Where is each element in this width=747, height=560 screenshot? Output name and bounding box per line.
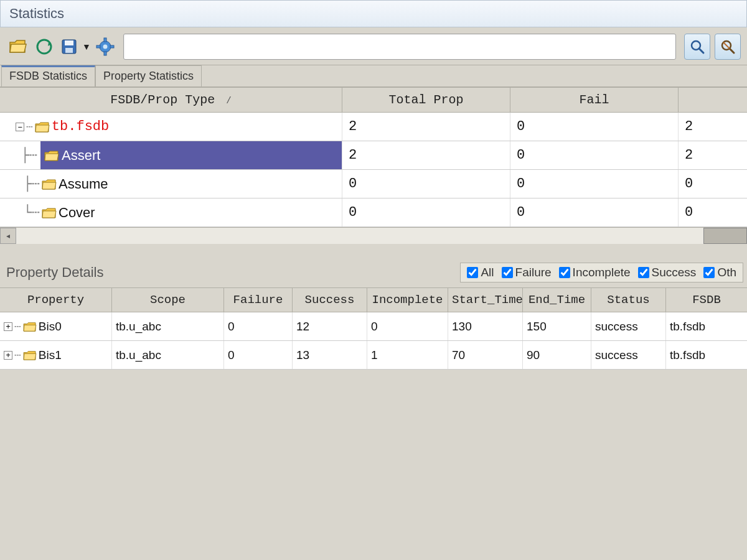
cell-status: success — [591, 341, 666, 369]
details-row[interactable]: + ┄ Bis0 tb.u_abc 0 12 0 130 150 success… — [0, 312, 747, 341]
details-grid-header: Property Scope Failure Success Incomplet… — [0, 287, 747, 312]
tab-fsdb-statistics[interactable]: FSDB Statistics — [1, 65, 95, 86]
open-folder-button[interactable] — [6, 35, 30, 58]
tree-node-label: Assert — [62, 147, 100, 164]
refresh-icon — [35, 38, 53, 55]
cell-total: 2 — [342, 141, 510, 169]
cell-fsdb: tb.fsdb — [666, 312, 747, 340]
sort-indicator: / — [226, 96, 231, 106]
filter-other[interactable]: Oth — [701, 266, 739, 279]
expand-toggle[interactable]: − — [16, 123, 24, 131]
refresh-button[interactable] — [32, 35, 56, 58]
cell-status: success — [591, 312, 666, 340]
column-header-fail[interactable]: Fail — [510, 88, 679, 112]
property-name: Bis0 — [39, 320, 62, 334]
filter-success-checkbox[interactable] — [638, 267, 649, 278]
svg-rect-3 — [65, 48, 73, 53]
col-scope[interactable]: Scope — [112, 288, 224, 312]
tab-label: FSDB Statistics — [9, 70, 87, 82]
tree-row-cover[interactable]: └┄ Cover 0 0 0 — [0, 198, 747, 227]
cell-total: 0 — [342, 170, 510, 198]
filter-other-checkbox[interactable] — [703, 267, 715, 278]
filter-failure[interactable]: Failure — [499, 266, 554, 279]
main-grid-panel: FSDB/Prop Type / Total Prop Fail − ┄ tb.… — [0, 86, 747, 243]
cell-end: 90 — [523, 341, 591, 369]
col-property[interactable]: Property — [0, 288, 112, 312]
folder-icon — [35, 121, 50, 133]
filter-all-checkbox[interactable] — [467, 267, 478, 278]
folder-icon — [23, 321, 37, 332]
column-header-type[interactable]: FSDB/Prop Type / — [0, 88, 342, 112]
tree-row-assert[interactable]: ├┄ Assert 2 0 2 — [0, 141, 747, 170]
save-button[interactable] — [59, 35, 80, 58]
tree-row-root[interactable]: − ┄ tb.fsdb 2 0 2 — [0, 113, 747, 141]
tree-connector: ┄ — [26, 120, 33, 133]
column-header-total[interactable]: Total Prop — [342, 88, 510, 112]
cell-incomplete: 0 — [367, 312, 448, 340]
folder-icon — [44, 149, 59, 162]
col-success[interactable]: Success — [293, 288, 367, 312]
window-title: Statistics — [9, 6, 64, 21]
cell-fsdb: tb.fsdb — [666, 341, 747, 369]
cell-extra: 2 — [679, 141, 747, 169]
cell-total: 2 — [342, 113, 510, 141]
expand-toggle[interactable]: + — [4, 322, 12, 331]
filter-incomplete-checkbox[interactable] — [559, 267, 570, 278]
filter-incomplete[interactable]: Incomplete — [557, 266, 633, 279]
col-status[interactable]: Status — [591, 288, 666, 312]
save-dropdown-arrow[interactable]: ▼ — [82, 42, 91, 52]
scroll-track[interactable] — [16, 228, 747, 244]
cell-extra: 0 — [679, 198, 747, 226]
cell-incomplete: 1 — [367, 341, 448, 369]
tree-node-label: Cover — [59, 205, 95, 221]
svg-line-11 — [699, 49, 703, 53]
svg-line-14 — [723, 42, 730, 49]
search-button[interactable] — [684, 34, 710, 60]
col-incomplete[interactable]: Incomplete — [367, 288, 448, 312]
tab-label: Property Statistics — [103, 70, 194, 82]
cell-fail: 0 — [510, 170, 679, 198]
scroll-left-arrow[interactable]: ◂ — [0, 228, 16, 244]
save-icon — [60, 38, 78, 55]
col-start[interactable]: Start_Time — [448, 288, 523, 312]
cell-scope: tb.u_abc — [112, 312, 224, 340]
scroll-thumb[interactable] — [703, 228, 747, 244]
details-grid: Property Scope Failure Success Incomplet… — [0, 287, 747, 370]
horizontal-scrollbar[interactable]: ◂ — [0, 227, 747, 243]
svg-line-13 — [730, 49, 734, 53]
col-fsdb[interactable]: FSDB — [666, 288, 747, 312]
cell-end: 150 — [523, 312, 591, 340]
main-grid-header: FSDB/Prop Type / Total Prop Fail — [0, 87, 747, 113]
cell-fail: 0 — [510, 141, 679, 169]
svg-rect-2 — [65, 40, 73, 45]
svg-rect-8 — [96, 45, 100, 48]
details-row[interactable]: + ┄ Bis1 tb.u_abc 0 13 1 70 90 success t… — [0, 341, 747, 370]
folder-icon — [23, 350, 37, 361]
folder-icon — [42, 207, 57, 219]
expand-toggle[interactable]: + — [4, 351, 12, 360]
filter-success[interactable]: Success — [636, 266, 699, 279]
filter-all[interactable]: All — [464, 266, 496, 279]
svg-rect-7 — [104, 52, 106, 55]
tab-property-statistics[interactable]: Property Statistics — [95, 65, 202, 86]
folder-icon — [9, 39, 27, 55]
column-header-extra[interactable] — [679, 88, 747, 112]
property-details-title: Property Details — [6, 264, 104, 281]
search-input[interactable] — [123, 34, 676, 60]
col-failure[interactable]: Failure — [224, 288, 293, 312]
tree-row-assume[interactable]: ├┄ Assume 0 0 0 — [0, 170, 747, 198]
search-advanced-button[interactable] — [715, 34, 741, 60]
property-name: Bis1 — [39, 348, 62, 362]
svg-point-5 — [103, 45, 108, 49]
cell-start: 130 — [448, 312, 523, 340]
svg-rect-6 — [104, 38, 106, 42]
gear-icon — [96, 37, 115, 56]
filter-box: All Failure Incomplete Success Oth — [460, 263, 743, 282]
folder-icon — [42, 178, 57, 190]
filter-failure-checkbox[interactable] — [502, 267, 513, 278]
settings-button[interactable] — [93, 35, 117, 58]
cell-failure: 0 — [224, 341, 293, 369]
cell-start: 70 — [448, 341, 523, 369]
col-end[interactable]: End_Time — [523, 288, 591, 312]
property-details-header: Property Details All Failure Incomplete … — [0, 243, 747, 287]
